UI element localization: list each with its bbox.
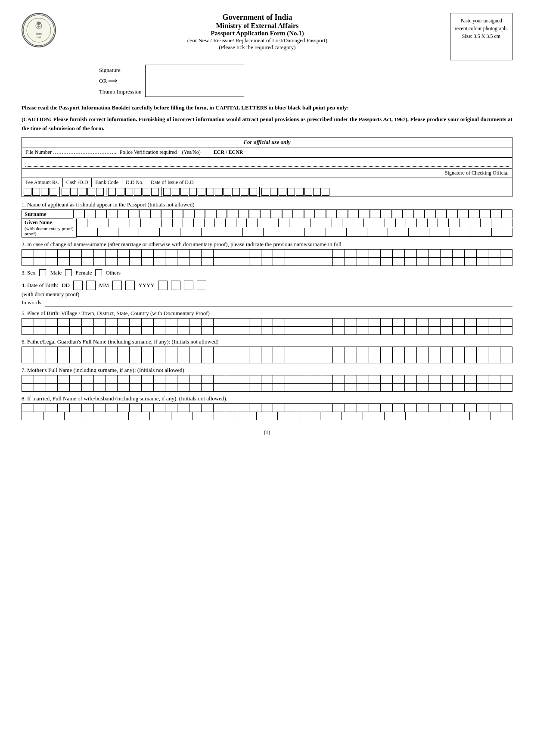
q5-cell2[interactable]	[380, 326, 392, 335]
q5-cell[interactable]	[285, 318, 297, 327]
q2-cell[interactable]	[273, 249, 285, 258]
given-cell2[interactable]	[304, 228, 325, 237]
q2-cell2[interactable]	[452, 257, 464, 266]
given-cell[interactable]	[161, 219, 172, 227]
q6-cell[interactable]	[34, 347, 46, 355]
q6-last2[interactable]	[500, 355, 512, 363]
given-cell[interactable]	[385, 219, 395, 227]
surname-cell[interactable]	[106, 209, 118, 218]
q7-cell2[interactable]	[213, 383, 225, 392]
surname-cell[interactable]	[293, 209, 304, 218]
given-cell2[interactable]	[388, 228, 408, 237]
q7-cell[interactable]	[357, 375, 369, 384]
q6-cell2[interactable]	[440, 355, 452, 363]
q2-cell2[interactable]	[285, 257, 297, 266]
given-cell[interactable]	[332, 219, 342, 227]
q8-cell[interactable]	[153, 403, 165, 412]
surname-cell[interactable]	[260, 209, 271, 218]
q7-cell[interactable]	[213, 375, 225, 384]
q6-cell[interactable]	[404, 347, 416, 355]
q8-cell[interactable]	[213, 403, 225, 412]
date-box-5[interactable]	[296, 188, 304, 196]
q5-cell2[interactable]	[81, 326, 93, 335]
q7-cell[interactable]	[285, 375, 297, 384]
q7-cell[interactable]	[237, 375, 249, 384]
q2-cell[interactable]	[261, 249, 273, 258]
q7-cell[interactable]	[165, 375, 177, 384]
q7-cell2[interactable]	[69, 383, 81, 392]
q5-cell[interactable]	[249, 318, 261, 327]
q5-cell2[interactable]	[105, 326, 117, 335]
dd-box-10[interactable]	[241, 188, 248, 196]
q5-cell2[interactable]	[285, 326, 297, 335]
q6-cell2[interactable]	[392, 355, 404, 363]
q2-cell[interactable]	[237, 249, 249, 258]
q5-cell[interactable]	[117, 318, 129, 327]
q2-cell[interactable]	[416, 249, 428, 258]
q5-cell2[interactable]	[332, 326, 345, 335]
q2-cell2[interactable]	[428, 257, 441, 266]
q7-cell2[interactable]	[177, 383, 189, 392]
q6-cell2[interactable]	[345, 355, 357, 363]
mm-box-1[interactable]	[112, 281, 122, 290]
q5-cell[interactable]	[225, 318, 237, 327]
surname-cell[interactable]	[194, 209, 205, 218]
q8-cell[interactable]	[261, 403, 273, 412]
q5-cell2[interactable]	[357, 326, 369, 335]
q8-cell[interactable]	[117, 403, 129, 412]
q2-cell[interactable]	[464, 249, 476, 258]
q8-cell[interactable]	[404, 403, 416, 412]
q8-cell[interactable]	[141, 403, 153, 412]
q6-cell[interactable]	[153, 347, 165, 355]
q8-cell[interactable]	[452, 403, 464, 412]
q8-cell[interactable]	[81, 403, 93, 412]
given-cell2[interactable]	[77, 228, 97, 237]
q8-cell[interactable]	[392, 403, 404, 412]
q6-cell2[interactable]	[93, 355, 106, 363]
q2-cell[interactable]	[22, 249, 34, 258]
q2-cell-last[interactable]	[500, 249, 512, 258]
q6-cell2[interactable]	[261, 355, 273, 363]
q6-cell2[interactable]	[273, 355, 285, 363]
q2-cell2[interactable]	[297, 257, 309, 266]
q5-cell[interactable]	[404, 318, 416, 327]
q6-cell[interactable]	[357, 347, 369, 355]
q2-cell[interactable]	[225, 249, 237, 258]
q6-cell2[interactable]	[464, 355, 476, 363]
mm-box-2[interactable]	[125, 281, 135, 290]
q5-cell2[interactable]	[213, 326, 225, 335]
surname-cell[interactable]	[491, 209, 502, 218]
q2-cell2[interactable]	[440, 257, 452, 266]
q7-cell[interactable]	[153, 375, 165, 384]
q7-cell[interactable]	[297, 375, 309, 384]
given-cell2[interactable]	[450, 228, 470, 237]
given-cell[interactable]	[268, 219, 279, 227]
q2-cell2[interactable]	[357, 257, 369, 266]
q6-cell[interactable]	[237, 347, 249, 355]
surname-cell[interactable]	[326, 209, 337, 218]
q6-cell[interactable]	[105, 347, 117, 355]
surname-cell[interactable]	[249, 209, 260, 218]
q5-cell2[interactable]	[428, 326, 441, 335]
q2-cell[interactable]	[201, 249, 213, 258]
q8-cell[interactable]	[225, 403, 237, 412]
surname-cell[interactable]	[425, 209, 436, 218]
q5-cell2[interactable]	[69, 326, 81, 335]
bank-box-5[interactable]	[143, 188, 150, 196]
q8-cell[interactable]	[201, 403, 213, 412]
q7-cell[interactable]	[93, 375, 106, 384]
q7-cell2[interactable]	[153, 383, 165, 392]
bank-box-6[interactable]	[151, 188, 159, 196]
q6-cell2[interactable]	[428, 355, 441, 363]
q7-cell2[interactable]	[428, 383, 441, 392]
q7-cell[interactable]	[392, 375, 404, 384]
q8-cell[interactable]	[416, 403, 428, 412]
q6-cell2[interactable]	[129, 355, 141, 363]
q2-cell2[interactable]	[404, 257, 416, 266]
q5-cell[interactable]	[321, 318, 333, 327]
q7-cell[interactable]	[273, 375, 285, 384]
cash-box-2[interactable]	[70, 188, 78, 196]
q8-cell2[interactable]	[235, 412, 256, 420]
given-cell-last[interactable]	[502, 219, 513, 227]
sex-others-checkbox[interactable]	[95, 269, 102, 276]
